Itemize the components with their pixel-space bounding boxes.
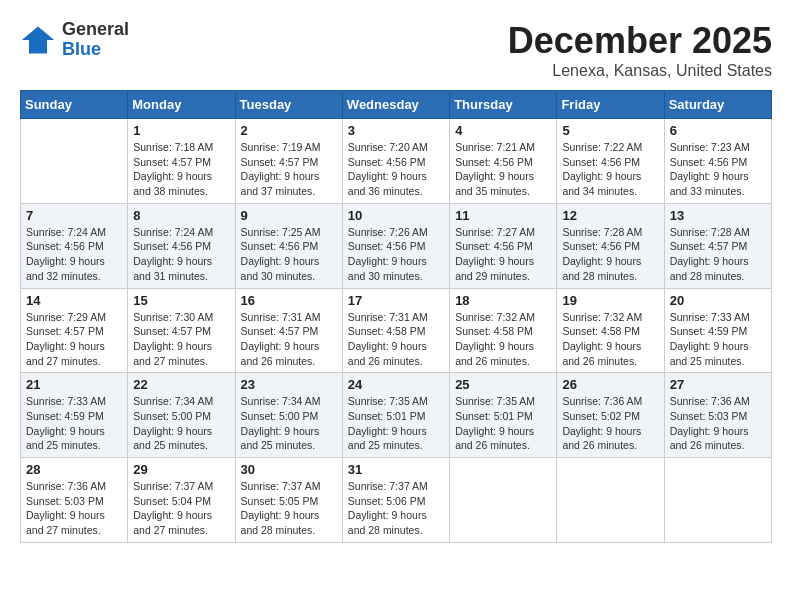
day-number: 12 <box>562 208 658 223</box>
day-number: 1 <box>133 123 229 138</box>
calendar-cell: 12Sunrise: 7:28 AM Sunset: 4:56 PM Dayli… <box>557 203 664 288</box>
calendar-cell: 21Sunrise: 7:33 AM Sunset: 4:59 PM Dayli… <box>21 373 128 458</box>
day-number: 24 <box>348 377 444 392</box>
day-number: 8 <box>133 208 229 223</box>
day-number: 31 <box>348 462 444 477</box>
day-info: Sunrise: 7:30 AM Sunset: 4:57 PM Dayligh… <box>133 310 229 369</box>
day-info: Sunrise: 7:21 AM Sunset: 4:56 PM Dayligh… <box>455 140 551 199</box>
day-number: 16 <box>241 293 337 308</box>
day-info: Sunrise: 7:25 AM Sunset: 4:56 PM Dayligh… <box>241 225 337 284</box>
day-number: 17 <box>348 293 444 308</box>
calendar-cell: 26Sunrise: 7:36 AM Sunset: 5:02 PM Dayli… <box>557 373 664 458</box>
logo-text: General Blue <box>62 20 129 60</box>
day-number: 11 <box>455 208 551 223</box>
day-info: Sunrise: 7:28 AM Sunset: 4:56 PM Dayligh… <box>562 225 658 284</box>
day-number: 18 <box>455 293 551 308</box>
day-number: 20 <box>670 293 766 308</box>
day-info: Sunrise: 7:18 AM Sunset: 4:57 PM Dayligh… <box>133 140 229 199</box>
day-number: 25 <box>455 377 551 392</box>
week-row-4: 21Sunrise: 7:33 AM Sunset: 4:59 PM Dayli… <box>21 373 772 458</box>
day-info: Sunrise: 7:34 AM Sunset: 5:00 PM Dayligh… <box>133 394 229 453</box>
day-number: 29 <box>133 462 229 477</box>
calendar-cell: 1Sunrise: 7:18 AM Sunset: 4:57 PM Daylig… <box>128 119 235 204</box>
day-info: Sunrise: 7:31 AM Sunset: 4:58 PM Dayligh… <box>348 310 444 369</box>
week-row-3: 14Sunrise: 7:29 AM Sunset: 4:57 PM Dayli… <box>21 288 772 373</box>
calendar-cell: 24Sunrise: 7:35 AM Sunset: 5:01 PM Dayli… <box>342 373 449 458</box>
day-number: 28 <box>26 462 122 477</box>
calendar-cell <box>450 458 557 543</box>
day-number: 10 <box>348 208 444 223</box>
day-number: 5 <box>562 123 658 138</box>
day-info: Sunrise: 7:27 AM Sunset: 4:56 PM Dayligh… <box>455 225 551 284</box>
calendar-cell: 16Sunrise: 7:31 AM Sunset: 4:57 PM Dayli… <box>235 288 342 373</box>
calendar-cell: 20Sunrise: 7:33 AM Sunset: 4:59 PM Dayli… <box>664 288 771 373</box>
calendar-cell: 6Sunrise: 7:23 AM Sunset: 4:56 PM Daylig… <box>664 119 771 204</box>
day-number: 23 <box>241 377 337 392</box>
day-info: Sunrise: 7:31 AM Sunset: 4:57 PM Dayligh… <box>241 310 337 369</box>
calendar-cell: 7Sunrise: 7:24 AM Sunset: 4:56 PM Daylig… <box>21 203 128 288</box>
calendar-cell: 28Sunrise: 7:36 AM Sunset: 5:03 PM Dayli… <box>21 458 128 543</box>
calendar-cell: 30Sunrise: 7:37 AM Sunset: 5:05 PM Dayli… <box>235 458 342 543</box>
calendar-cell: 2Sunrise: 7:19 AM Sunset: 4:57 PM Daylig… <box>235 119 342 204</box>
day-number: 15 <box>133 293 229 308</box>
day-info: Sunrise: 7:32 AM Sunset: 4:58 PM Dayligh… <box>455 310 551 369</box>
svg-marker-0 <box>22 26 54 53</box>
day-info: Sunrise: 7:20 AM Sunset: 4:56 PM Dayligh… <box>348 140 444 199</box>
week-row-5: 28Sunrise: 7:36 AM Sunset: 5:03 PM Dayli… <box>21 458 772 543</box>
day-number: 22 <box>133 377 229 392</box>
day-info: Sunrise: 7:37 AM Sunset: 5:05 PM Dayligh… <box>241 479 337 538</box>
day-number: 7 <box>26 208 122 223</box>
calendar-cell: 27Sunrise: 7:36 AM Sunset: 5:03 PM Dayli… <box>664 373 771 458</box>
month-title: December 2025 <box>508 20 772 62</box>
calendar-cell: 23Sunrise: 7:34 AM Sunset: 5:00 PM Dayli… <box>235 373 342 458</box>
day-info: Sunrise: 7:36 AM Sunset: 5:03 PM Dayligh… <box>670 394 766 453</box>
calendar-cell <box>664 458 771 543</box>
weekday-header-saturday: Saturday <box>664 91 771 119</box>
weekday-header-row: SundayMondayTuesdayWednesdayThursdayFrid… <box>21 91 772 119</box>
calendar-cell: 9Sunrise: 7:25 AM Sunset: 4:56 PM Daylig… <box>235 203 342 288</box>
calendar-cell: 18Sunrise: 7:32 AM Sunset: 4:58 PM Dayli… <box>450 288 557 373</box>
day-info: Sunrise: 7:33 AM Sunset: 4:59 PM Dayligh… <box>670 310 766 369</box>
day-info: Sunrise: 7:32 AM Sunset: 4:58 PM Dayligh… <box>562 310 658 369</box>
calendar-cell: 11Sunrise: 7:27 AM Sunset: 4:56 PM Dayli… <box>450 203 557 288</box>
day-number: 13 <box>670 208 766 223</box>
weekday-header-sunday: Sunday <box>21 91 128 119</box>
calendar-cell: 3Sunrise: 7:20 AM Sunset: 4:56 PM Daylig… <box>342 119 449 204</box>
calendar-cell: 15Sunrise: 7:30 AM Sunset: 4:57 PM Dayli… <box>128 288 235 373</box>
calendar-cell: 22Sunrise: 7:34 AM Sunset: 5:00 PM Dayli… <box>128 373 235 458</box>
day-number: 30 <box>241 462 337 477</box>
weekday-header-tuesday: Tuesday <box>235 91 342 119</box>
day-info: Sunrise: 7:35 AM Sunset: 5:01 PM Dayligh… <box>348 394 444 453</box>
week-row-1: 1Sunrise: 7:18 AM Sunset: 4:57 PM Daylig… <box>21 119 772 204</box>
calendar-table: SundayMondayTuesdayWednesdayThursdayFrid… <box>20 90 772 543</box>
day-info: Sunrise: 7:37 AM Sunset: 5:06 PM Dayligh… <box>348 479 444 538</box>
day-info: Sunrise: 7:22 AM Sunset: 4:56 PM Dayligh… <box>562 140 658 199</box>
calendar-cell: 17Sunrise: 7:31 AM Sunset: 4:58 PM Dayli… <box>342 288 449 373</box>
calendar-cell: 25Sunrise: 7:35 AM Sunset: 5:01 PM Dayli… <box>450 373 557 458</box>
day-info: Sunrise: 7:23 AM Sunset: 4:56 PM Dayligh… <box>670 140 766 199</box>
day-number: 19 <box>562 293 658 308</box>
calendar-cell: 14Sunrise: 7:29 AM Sunset: 4:57 PM Dayli… <box>21 288 128 373</box>
logo: General Blue <box>20 20 129 60</box>
day-info: Sunrise: 7:33 AM Sunset: 4:59 PM Dayligh… <box>26 394 122 453</box>
calendar-cell: 31Sunrise: 7:37 AM Sunset: 5:06 PM Dayli… <box>342 458 449 543</box>
day-number: 27 <box>670 377 766 392</box>
calendar-cell <box>557 458 664 543</box>
logo-blue-text: Blue <box>62 40 129 60</box>
day-info: Sunrise: 7:29 AM Sunset: 4:57 PM Dayligh… <box>26 310 122 369</box>
day-number: 6 <box>670 123 766 138</box>
day-info: Sunrise: 7:19 AM Sunset: 4:57 PM Dayligh… <box>241 140 337 199</box>
day-info: Sunrise: 7:24 AM Sunset: 4:56 PM Dayligh… <box>26 225 122 284</box>
calendar-cell: 4Sunrise: 7:21 AM Sunset: 4:56 PM Daylig… <box>450 119 557 204</box>
logo-general-text: General <box>62 20 129 40</box>
calendar-cell: 5Sunrise: 7:22 AM Sunset: 4:56 PM Daylig… <box>557 119 664 204</box>
weekday-header-thursday: Thursday <box>450 91 557 119</box>
calendar-cell: 13Sunrise: 7:28 AM Sunset: 4:57 PM Dayli… <box>664 203 771 288</box>
day-number: 9 <box>241 208 337 223</box>
day-info: Sunrise: 7:28 AM Sunset: 4:57 PM Dayligh… <box>670 225 766 284</box>
logo-icon <box>20 22 56 58</box>
calendar-cell: 10Sunrise: 7:26 AM Sunset: 4:56 PM Dayli… <box>342 203 449 288</box>
calendar-cell: 29Sunrise: 7:37 AM Sunset: 5:04 PM Dayli… <box>128 458 235 543</box>
day-info: Sunrise: 7:36 AM Sunset: 5:02 PM Dayligh… <box>562 394 658 453</box>
page-header: General Blue December 2025 Lenexa, Kansa… <box>20 20 772 80</box>
